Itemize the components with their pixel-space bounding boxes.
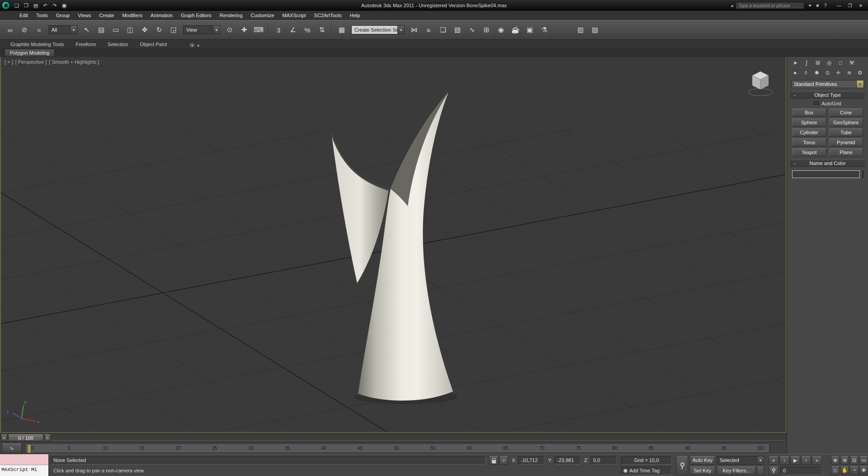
polygon-modeling-panel-tab[interactable]: Polygon Modeling <box>5 49 55 57</box>
select-and-scale-icon[interactable]: ◲ <box>167 23 180 37</box>
menu-tools[interactable]: Tools <box>32 11 52 20</box>
maximize-button[interactable]: ❐ <box>844 1 855 9</box>
go-to-end-button[interactable]: » <box>812 456 822 465</box>
redo-icon[interactable]: ↷ <box>51 2 59 9</box>
bind-to-space-warp-icon[interactable]: ≈ <box>32 23 46 37</box>
set-keys-button[interactable] <box>676 456 688 475</box>
key-mode-dropdown[interactable]: Selected ▼ <box>717 456 764 465</box>
space-warps-category-icon[interactable]: ≋ <box>845 69 854 77</box>
menu-group[interactable]: Group <box>52 11 74 20</box>
menu-help[interactable]: Help <box>346 11 364 20</box>
curve-editor-icon[interactable]: ∿ <box>465 23 479 37</box>
auto-key-button[interactable]: Auto Key <box>690 456 715 465</box>
project-folder-icon[interactable]: ▣ <box>60 2 68 9</box>
key-mode-toggle[interactable] <box>769 467 778 475</box>
close-button[interactable]: ✕ <box>855 1 866 9</box>
ribbon-options-icon[interactable]: ● <box>189 42 195 48</box>
bone-spike-object[interactable] <box>331 92 458 404</box>
maxscript-listener-line[interactable]: MAXScript Mi <box>0 465 48 476</box>
motion-tab-icon[interactable]: ◎ <box>825 59 834 67</box>
viewcube[interactable] <box>748 71 773 96</box>
menu-maxscript[interactable]: MAXScript <box>278 11 310 20</box>
primitive-category-dropdown[interactable]: Standard Primitives ▼ <box>791 80 864 88</box>
reference-coordinate-dropdown[interactable]: View ▼ <box>183 25 220 34</box>
maxscript-macro-line[interactable] <box>0 454 48 465</box>
tab-object-paint[interactable]: Object Paint <box>134 40 173 48</box>
display-tab-icon[interactable]: □ <box>836 59 845 67</box>
named-selection-sets-dropdown[interactable]: Create Selection Se ▼ <box>351 25 405 34</box>
rendered-frame-icon[interactable]: ▣ <box>523 23 537 37</box>
selection-lock-toggle[interactable] <box>489 456 498 465</box>
maxscript-mini-listener[interactable]: MAXScript Mi <box>0 454 49 476</box>
new-scene-icon[interactable]: ❏ <box>13 2 21 9</box>
open-file-icon[interactable]: ❒ <box>22 2 30 9</box>
select-and-move-icon[interactable]: ✥ <box>138 23 151 37</box>
geosphere-button[interactable]: GeoSphere <box>829 118 863 127</box>
create-tab-icon[interactable]: ➤ <box>791 59 800 67</box>
chevron-down-icon[interactable]: ▼ <box>397 26 404 34</box>
play-animation-button[interactable]: ▶ <box>790 456 800 465</box>
chevron-down-icon[interactable]: ▼ <box>213 26 220 34</box>
percent-snap-icon[interactable]: % <box>301 23 314 37</box>
x-coordinate-field[interactable]: -10,712 <box>518 456 544 465</box>
window-crossing-icon[interactable]: ◫ <box>123 23 137 37</box>
viewport-menu-pov[interactable]: [ Perspective ] <box>15 59 47 65</box>
rectangular-selection-icon[interactable]: ▭ <box>109 23 123 37</box>
current-frame-marker[interactable] <box>28 444 31 453</box>
tube-button[interactable]: Tube <box>829 128 863 137</box>
shapes-category-icon[interactable]: ◊ <box>802 69 810 77</box>
zoom-extents-icon[interactable]: ⊡ <box>850 456 859 465</box>
communication-center-icon[interactable]: ✦ <box>806 2 814 9</box>
align-icon[interactable]: ≡ <box>422 23 435 37</box>
menu-sc2arttools[interactable]: SC2ArtTools <box>310 11 346 20</box>
object-type-rollout-header[interactable]: - Object Type <box>791 91 864 99</box>
3dsmax-logo[interactable] <box>2 1 10 9</box>
save-file-icon[interactable]: ▤ <box>32 2 40 9</box>
previous-frame-button[interactable]: ‹ <box>779 456 789 465</box>
menu-create[interactable]: Create <box>95 11 118 20</box>
menu-graph-editors[interactable]: Graph Editors <box>177 11 216 20</box>
set-key-button[interactable]: Set Key <box>690 467 715 475</box>
plane-button[interactable]: Plane <box>829 148 863 156</box>
object-name-input[interactable] <box>792 170 860 178</box>
maximize-viewport-icon[interactable]: ❖ <box>859 466 868 475</box>
render-setup-icon[interactable]: ☕ <box>509 23 522 37</box>
menu-modifiers[interactable]: Modifiers <box>118 11 146 20</box>
chevron-down-icon[interactable]: ▼ <box>757 457 764 464</box>
extra-tool-icon-1[interactable]: ▥ <box>574 23 587 37</box>
field-of-view-icon[interactable]: ◇ <box>831 466 840 475</box>
ribbon-minimize-caret-icon[interactable]: ▾ <box>197 43 199 48</box>
zoom-region-icon[interactable]: ▭ <box>859 456 868 465</box>
extra-tool-icon-2[interactable]: ▨ <box>588 23 602 37</box>
cylinder-button[interactable]: Cylinder <box>792 128 826 137</box>
orbit-icon[interactable]: ◔ <box>850 466 859 475</box>
track-bar[interactable]: 0510152025303540455055606570758085909510… <box>25 443 769 453</box>
menu-edit[interactable]: Edit <box>15 11 32 20</box>
go-to-start-button[interactable]: « <box>769 456 778 465</box>
render-production-icon[interactable]: ⚗ <box>538 23 551 37</box>
search-input[interactable] <box>736 2 804 9</box>
chevron-down-icon[interactable]: ▼ <box>856 80 863 88</box>
layer-manager-icon[interactable]: ❏ <box>436 23 450 37</box>
next-frame-button[interactable]: › <box>801 456 811 465</box>
viewport-menu-shading[interactable]: [ Smooth + Highlights ] <box>49 59 99 65</box>
graphite-ribbon-icon[interactable]: ▧ <box>451 23 464 37</box>
y-coordinate-field[interactable]: -23,981 <box>554 456 580 465</box>
infocenter-toggle-icon[interactable]: ▸ <box>731 3 734 8</box>
teapot-button[interactable]: Teapot <box>792 148 826 156</box>
select-object-icon[interactable]: ↖ <box>80 23 94 37</box>
pan-view-icon[interactable]: ✋ <box>840 466 849 475</box>
z-coordinate-field[interactable]: 0,0 <box>590 456 617 465</box>
sphere-button[interactable]: Sphere <box>792 118 826 127</box>
cameras-category-icon[interactable]: ⊙ <box>823 69 832 77</box>
undo-icon[interactable]: ↶ <box>41 2 49 9</box>
current-frame-field[interactable]: 0 <box>780 467 822 475</box>
time-slider[interactable]: < 0 / 100 > <box>0 433 787 442</box>
tab-selection[interactable]: Selection <box>102 40 134 48</box>
keyboard-override-icon[interactable]: ⌨ <box>252 23 265 37</box>
minimize-button[interactable]: — <box>834 1 844 9</box>
selection-filter-dropdown[interactable]: All ▼ <box>48 25 77 34</box>
angle-snap-icon[interactable]: ∠ <box>286 23 300 37</box>
select-and-manipulate-icon[interactable]: ✚ <box>237 23 251 37</box>
menu-customize[interactable]: Customize <box>247 11 278 20</box>
